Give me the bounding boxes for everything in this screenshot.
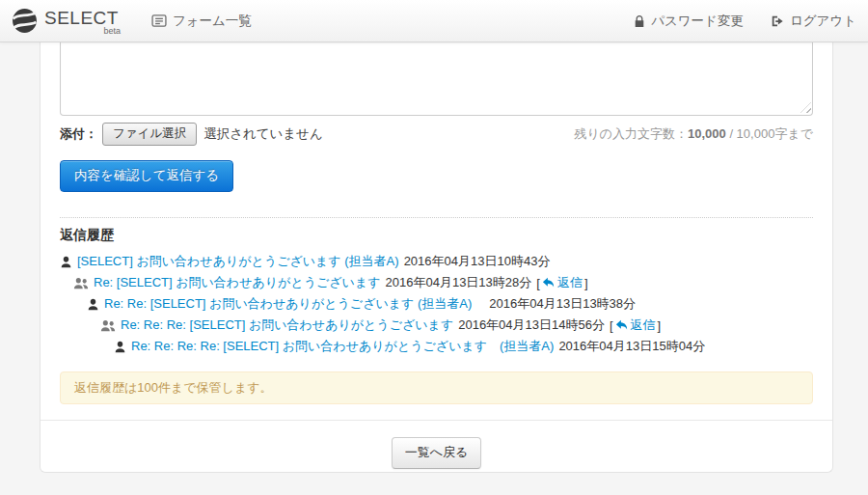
char-count-label: 残りの入力文字数： (574, 126, 688, 141)
lock-icon (634, 14, 645, 28)
reply-subject-link[interactable]: [SELECT] お問い合わせありがとうございます (担当者A) (77, 253, 399, 270)
reply-date: 2016年04月13日13時38分 (476, 295, 636, 313)
reply-arrow-icon (542, 277, 555, 289)
nav-form-list[interactable]: フォーム一覧 (151, 13, 252, 30)
footer-area: 一覧へ戻る (60, 421, 813, 469)
reply-button-link[interactable]: 返信 (615, 316, 656, 334)
reply-date: 2016年04月13日13時28分 (386, 274, 532, 291)
confirm-reply-button[interactable]: 内容を確認して返信する (60, 160, 233, 192)
user-icon (60, 256, 72, 268)
reply-date: 2016年04月13日15時04分 (558, 338, 705, 355)
reply-button-link[interactable]: 返信 (542, 274, 583, 291)
bracket-close: ] (584, 276, 588, 290)
bracket-close: ] (658, 318, 662, 333)
attachment-row: 添付： ファイル選択 選択されていません 残りの入力文字数：10,000 / 1… (60, 123, 813, 146)
logout-icon (771, 14, 784, 28)
reply-history-list: [SELECT] お問い合わせありがとうございます (担当者A) 2016年04… (60, 251, 813, 357)
brand-logo[interactable]: SELECT beta (12, 8, 119, 34)
file-status-text: 選択されていません (203, 125, 323, 143)
reply-link-label: 返信 (631, 316, 656, 334)
reply-history-row: Re: [SELECT] お問い合わせありがとうございます 2016年04月13… (73, 272, 813, 293)
reply-textarea[interactable] (60, 42, 813, 116)
reply-form-panel: 添付： ファイル選択 選択されていません 残りの入力文字数：10,000 / 1… (40, 42, 833, 473)
nav-form-list-label: フォーム一覧 (173, 13, 252, 30)
reply-link-label: 返信 (557, 274, 583, 291)
navbar: SELECT beta フォーム一覧 パスワード変更 (0, 0, 868, 42)
reply-history-row: Re: Re: Re: Re: [SELECT] お問い合わせありがとうございま… (114, 336, 813, 357)
reply-date: 2016年04月13日14時56分 (458, 316, 605, 334)
reply-date: 2016年04月13日10時43分 (404, 253, 551, 270)
reply-action: [ 返信 ] (610, 316, 661, 334)
nav-logout-label: ログアウト (790, 13, 856, 30)
char-count: 残りの入力文字数：10,000 / 10,000字まで (574, 125, 813, 143)
reply-textarea-wrap (60, 42, 813, 116)
reply-history-row: [SELECT] お問い合わせありがとうございます (担当者A) 2016年04… (60, 251, 813, 272)
brand-beta-tag: beta (103, 27, 121, 36)
brand-name: SELECT beta (44, 9, 119, 33)
user-icon (87, 298, 99, 311)
users-icon (100, 319, 116, 332)
bracket-open: [ (536, 276, 540, 290)
nav-password-label: パスワード変更 (651, 13, 744, 30)
brand-icon (12, 8, 38, 34)
file-select-button[interactable]: ファイル選択 (102, 123, 197, 146)
reply-subject-link[interactable]: Re: Re: [SELECT] お問い合わせありがとうございます (担当者A) (104, 295, 472, 313)
attach-label: 添付： (60, 125, 97, 143)
users-icon (73, 277, 89, 289)
reply-subject-link[interactable]: Re: Re: Re: [SELECT] お問い合わせありがとうございます (121, 316, 453, 334)
form-list-icon (151, 14, 167, 27)
nav-password-change[interactable]: パスワード変更 (634, 13, 744, 30)
reply-subject-link[interactable]: Re: [SELECT] お問い合わせありがとうございます (94, 274, 381, 291)
char-count-suffix: / 10,000字まで (726, 126, 813, 141)
reply-history-row: Re: Re: [SELECT] お問い合わせありがとうございます (担当者A)… (87, 293, 813, 315)
user-icon (114, 341, 126, 353)
navbar-right: パスワード変更 ログアウト (634, 13, 856, 30)
reply-arrow-icon (615, 319, 628, 331)
reply-history-row: Re: Re: Re: [SELECT] お問い合わせありがとうございます 20… (100, 315, 813, 336)
back-to-list-button[interactable]: 一覧へ戻る (392, 437, 482, 469)
nav-logout[interactable]: ログアウト (771, 13, 856, 30)
bracket-open: [ (610, 318, 613, 333)
char-count-value: 10,000 (688, 126, 726, 141)
reply-action: [ 返信 ] (536, 274, 587, 291)
history-limit-notice: 返信履歴は100件まで保管します。 (60, 371, 813, 404)
reply-history-heading: 返信履歴 (60, 227, 813, 244)
dotted-divider (60, 217, 813, 218)
reply-subject-link[interactable]: Re: Re: Re: Re: [SELECT] お問い合わせありがとうございま… (131, 338, 554, 355)
